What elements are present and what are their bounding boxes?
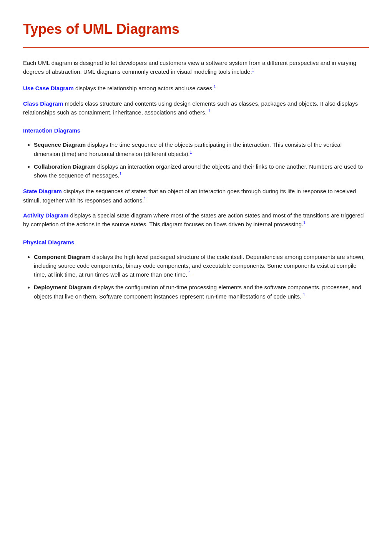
collaboration-diagram-term: Collaboration Diagram xyxy=(34,163,96,170)
activity-diagram-text: displays a special state diagram where m… xyxy=(23,212,364,227)
component-diagram-term: Component Diagram xyxy=(34,254,91,260)
state-diagram-text: displays the sequences of states that an… xyxy=(23,188,356,203)
activity-diagram-paragraph: Activity Diagram displays a special stat… xyxy=(23,211,369,229)
list-item: Deployment Diagram displays the configur… xyxy=(34,283,369,301)
sequence-diagram-term: Sequence Diagram xyxy=(34,141,86,148)
state-diagram-paragraph: State Diagram displays the sequences of … xyxy=(23,187,369,205)
use-case-text: displays the relationship among actors a… xyxy=(74,85,214,91)
activity-diagram-link[interactable]: Activity Diagram xyxy=(23,212,68,219)
state-diagram-link[interactable]: State Diagram xyxy=(23,188,62,194)
class-diagram-text: models class structure and contents usin… xyxy=(23,100,358,116)
physical-heading: Physical Diagrams xyxy=(23,238,369,247)
use-case-link[interactable]: Use Case Diagram xyxy=(23,85,74,91)
deployment-diagram-term: Deployment Diagram xyxy=(34,284,91,290)
class-diagram-paragraph: Class Diagram models class structure and… xyxy=(23,99,369,117)
class-diagram-link[interactable]: Class Diagram xyxy=(23,100,63,107)
page-title: Types of UML Diagrams xyxy=(23,18,369,40)
title-divider xyxy=(23,47,369,48)
list-item: Sequence Diagram displays the time seque… xyxy=(34,140,369,158)
interaction-heading: Interaction Diagrams xyxy=(23,126,369,135)
list-item: Collaboration Diagram displays an intera… xyxy=(34,162,369,180)
use-case-paragraph: Use Case Diagram displays the relationsh… xyxy=(23,84,369,93)
physical-list: Component Diagram displays the high leve… xyxy=(34,252,369,301)
list-item: Component Diagram displays the high leve… xyxy=(34,252,369,279)
intro-paragraph: Each UML diagram is designed to let deve… xyxy=(23,58,369,76)
interaction-list: Sequence Diagram displays the time seque… xyxy=(34,140,369,180)
